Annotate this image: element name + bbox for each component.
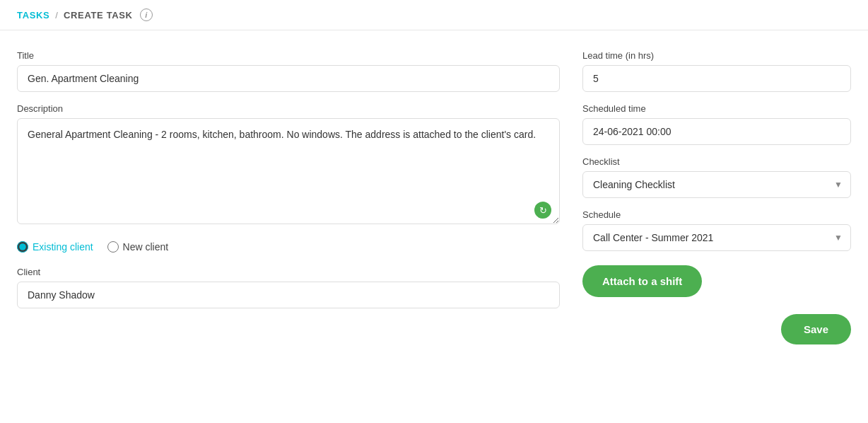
existing-client-radio[interactable]: [17, 241, 28, 253]
breadcrumb-separator: /: [55, 10, 58, 21]
schedule-select[interactable]: Call Center - Summer 2021 Schedule A: [582, 224, 851, 251]
new-client-label: New client: [123, 241, 169, 253]
attach-to-shift-button[interactable]: Attach to a shift: [582, 265, 702, 297]
title-field-group: Title: [17, 50, 560, 92]
schedule-field-group: Schedule Call Center - Summer 2021 Sched…: [582, 209, 851, 251]
client-field-group: Client: [17, 267, 560, 308]
right-column: Lead time (in hrs) Scheduled time Checkl…: [582, 50, 851, 406]
breadcrumb-tasks[interactable]: TASKS: [17, 10, 49, 21]
description-textarea[interactable]: General Apartment Cleaning - 2 rooms, ki…: [17, 118, 560, 224]
scheduled-time-field-group: Scheduled time: [582, 103, 851, 145]
checklist-label: Checklist: [582, 156, 851, 167]
scheduled-time-input[interactable]: [582, 118, 851, 145]
client-type-radio-group: Existing client New client: [17, 238, 560, 255]
lead-time-field-group: Lead time (in hrs): [582, 50, 851, 92]
save-row: Save: [582, 314, 851, 344]
existing-client-label: Existing client: [33, 241, 93, 253]
topbar: TASKS / CREATE TASK i: [0, 0, 868, 30]
description-wrapper: General Apartment Cleaning - 2 rooms, ki…: [17, 118, 560, 227]
lead-time-label: Lead time (in hrs): [582, 50, 851, 61]
breadcrumb-create-task: CREATE TASK: [64, 10, 133, 21]
checklist-select[interactable]: Cleaning Checklist Standard Checklist: [582, 171, 851, 198]
title-input[interactable]: [17, 65, 560, 92]
new-client-radio[interactable]: [107, 241, 119, 253]
info-icon[interactable]: i: [140, 8, 153, 21]
lead-time-input[interactable]: [582, 65, 851, 92]
checklist-field-group: Checklist Cleaning Checklist Standard Ch…: [582, 156, 851, 198]
left-column: Title Description General Apartment Clea…: [17, 50, 560, 406]
description-label: Description: [17, 103, 560, 114]
client-label: Client: [17, 267, 560, 277]
schedule-label: Schedule: [582, 209, 851, 220]
title-label: Title: [17, 50, 560, 61]
new-client-option[interactable]: New client: [107, 241, 169, 253]
refresh-icon[interactable]: ↻: [534, 202, 551, 219]
existing-client-option[interactable]: Existing client: [17, 241, 93, 253]
save-button[interactable]: Save: [781, 314, 851, 344]
scheduled-time-label: Scheduled time: [582, 103, 851, 114]
checklist-select-wrapper: Cleaning Checklist Standard Checklist ▼: [582, 171, 851, 198]
main-content: Title Description General Apartment Clea…: [0, 30, 868, 423]
schedule-select-wrapper: Call Center - Summer 2021 Schedule A ▼: [582, 224, 851, 251]
description-field-group: Description General Apartment Cleaning -…: [17, 103, 560, 227]
client-input[interactable]: [17, 282, 560, 308]
